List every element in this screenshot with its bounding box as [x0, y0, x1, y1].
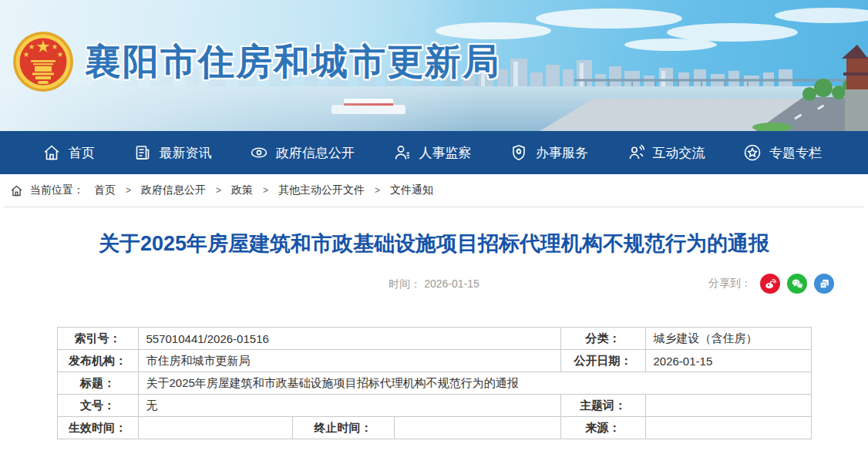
nav-item-home[interactable]: 首页: [42, 143, 95, 162]
person-icon: [393, 143, 412, 162]
field-category-value: 城乡建设（含住房）: [645, 328, 811, 350]
field-expiry-label: 终止时间：: [292, 417, 394, 439]
page-title: 关于2025年房屋建筑和市政基础设施项目招标代理机构不规范行为的通报: [46, 230, 822, 257]
field-index-value: 557010441/2026-01516: [138, 328, 560, 350]
field-effective-value: [138, 417, 292, 439]
share-label: 分享到：: [708, 277, 752, 291]
field-title-label: 标题：: [57, 372, 138, 395]
breadcrumb-item-policy[interactable]: 政策: [231, 183, 253, 197]
table-row: 标题： 关于2025年房屋建筑和市政基础设施项目招标代理机构不规范行为的通报: [57, 372, 811, 395]
breadcrumb-separator: >: [123, 185, 134, 196]
nav-item-personnel[interactable]: 人事监察: [393, 143, 472, 162]
field-docno-value: 无: [138, 395, 560, 417]
weibo-share-icon[interactable]: [760, 274, 780, 294]
breadcrumb-item-home[interactable]: 首页: [94, 183, 116, 197]
publish-time-value: 2026-01-15: [424, 277, 479, 290]
site-banner: 襄阳市住房和城市更新局: [0, 0, 868, 131]
table-row: 索引号： 557010441/2026-01516 分类： 城乡建设（含住房）: [57, 328, 811, 350]
field-pubdate-value: 2026-01-15: [645, 350, 811, 372]
article-meta: 时间：2026-01-15 分享到：: [0, 273, 868, 294]
breadcrumb: 当前位置： 首页 > 政府信息公开 > 政策 > 其他主动公开文件 > 文件通知: [4, 174, 864, 207]
field-source-label: 来源：: [560, 417, 645, 439]
table-row: 发布机构： 市住房和城市更新局 公开日期： 2026-01-15: [57, 350, 811, 372]
field-category-label: 分类：: [560, 328, 645, 350]
field-docno-label: 文号：: [57, 395, 138, 417]
breadcrumb-separator: >: [213, 185, 224, 196]
main-navigation: 首页 最新资讯 政府信息公开 人事监察 办事服务 互动交流 专题专栏: [0, 131, 868, 174]
eye-icon: [250, 143, 268, 162]
document-info-table: 索引号： 557010441/2026-01516 分类： 城乡建设（含住房） …: [57, 327, 812, 439]
site-title: 襄阳市住房和城市更新局: [85, 38, 500, 86]
field-index-label: 索引号：: [57, 328, 138, 350]
nav-item-label: 互动交流: [653, 144, 705, 162]
nav-item-special-columns[interactable]: 专题专栏: [743, 143, 822, 162]
wechat-share-icon[interactable]: [787, 274, 807, 294]
home-icon: [10, 184, 23, 197]
nav-item-interaction[interactable]: 互动交流: [627, 143, 705, 162]
field-expiry-value: [394, 417, 560, 439]
field-effective-label: 生效时间：: [57, 417, 138, 439]
breadcrumb-item-doc-notice[interactable]: 文件通知: [390, 183, 433, 197]
chat-people-icon: [627, 143, 645, 162]
nav-item-label: 专题专栏: [769, 144, 822, 162]
breadcrumb-label: 当前位置：: [30, 183, 84, 197]
nav-item-label: 办事服务: [536, 144, 588, 162]
field-agency-label: 发布机构：: [57, 350, 138, 372]
site-logo-link[interactable]: 襄阳市住房和城市更新局: [12, 31, 500, 92]
nav-item-label: 首页: [69, 144, 95, 162]
nav-item-news[interactable]: 最新资讯: [133, 143, 212, 162]
field-source-value: [645, 417, 811, 439]
copy-share-icon[interactable]: [814, 274, 834, 294]
nav-item-label: 政府信息公开: [276, 144, 355, 162]
table-row: 生效时间： 终止时间： 来源：: [57, 417, 811, 439]
field-keywords-label: 主题词：: [560, 395, 645, 417]
publish-time-label: 时间：: [389, 277, 421, 290]
field-title-value: 关于2025年房屋建筑和市政基础设施项目招标代理机构不规范行为的通报: [138, 372, 811, 395]
table-row: 文号： 无 主题词：: [57, 395, 811, 417]
nav-item-services[interactable]: 办事服务: [510, 143, 588, 162]
news-icon: [133, 143, 152, 162]
breadcrumb-item-gov-info[interactable]: 政府信息公开: [141, 183, 206, 197]
nav-item-gov-info[interactable]: 政府信息公开: [250, 143, 355, 162]
star-icon: [743, 143, 762, 162]
share-bar: 分享到：: [708, 274, 834, 294]
breadcrumb-separator: >: [260, 185, 271, 196]
breadcrumb-separator: >: [372, 185, 383, 196]
field-pubdate-label: 公开日期：: [560, 350, 645, 372]
shield-icon: [510, 143, 528, 162]
breadcrumb-item-other-public-docs[interactable]: 其他主动公开文件: [278, 183, 365, 197]
field-agency-value: 市住房和城市更新局: [138, 350, 560, 372]
field-keywords-value: [645, 395, 811, 417]
national-emblem-icon: [12, 31, 74, 92]
nav-item-label: 人事监察: [419, 144, 472, 162]
nav-item-label: 最新资讯: [160, 144, 212, 162]
home-icon: [42, 143, 61, 162]
